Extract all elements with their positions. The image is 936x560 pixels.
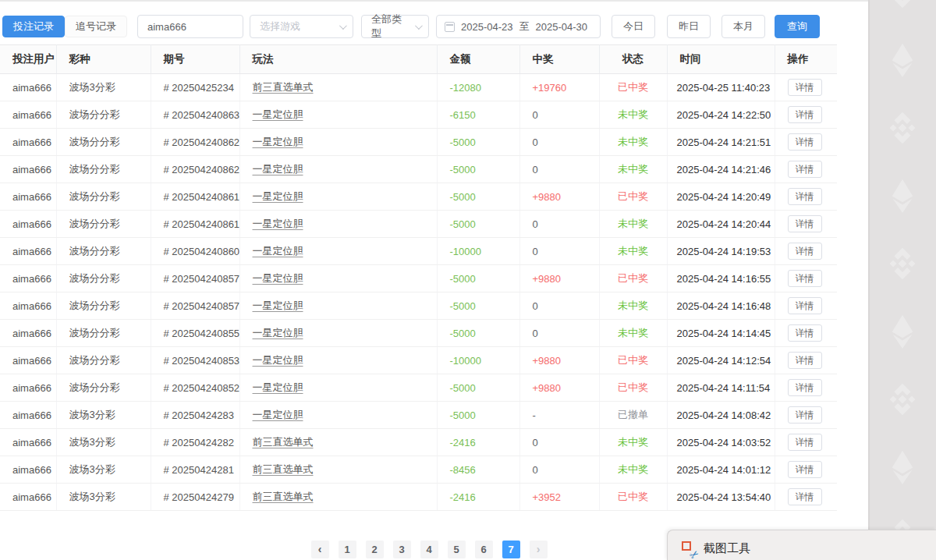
cell-win: +9880: [519, 374, 599, 402]
detail-button[interactable]: 详情: [788, 215, 822, 232]
play-method-link[interactable]: 一星定位胆: [253, 136, 303, 147]
detail-button[interactable]: 详情: [788, 297, 822, 314]
today-button[interactable]: 今日: [612, 15, 655, 38]
cell-play: 一星定位胆: [239, 292, 437, 320]
play-method-link[interactable]: 一星定位胆: [253, 245, 303, 257]
play-method-link[interactable]: 一星定位胆: [253, 218, 303, 229]
pagination-page-5[interactable]: 5: [448, 541, 466, 558]
cell-amount: -5000: [437, 211, 519, 238]
cell-status: 未中奖: [599, 238, 667, 265]
detail-button[interactable]: 详情: [788, 188, 822, 205]
cell-time: 2025-04-24 14:11:54: [667, 374, 775, 402]
pagination-page-7[interactable]: 7: [502, 541, 520, 558]
cell-win: 0: [519, 156, 599, 183]
snipping-tool-icon: ✂: [682, 541, 697, 556]
play-method-link[interactable]: 前三直选单式: [253, 81, 314, 93]
cell-win: 0: [519, 456, 599, 484]
detail-button[interactable]: 详情: [788, 352, 822, 369]
cell-period: # 20250424279: [151, 484, 239, 511]
game-select[interactable]: 选择游戏: [250, 15, 353, 38]
tab-bet-records[interactable]: 投注记录: [2, 16, 65, 37]
pagination-page-4[interactable]: 4: [420, 541, 438, 558]
cell-time: 2025-04-24 14:16:48: [667, 292, 775, 320]
query-button[interactable]: 查询: [775, 15, 820, 38]
play-method-link[interactable]: 前三直选单式: [253, 436, 314, 448]
date-range-picker[interactable]: 2025-04-23 至 2025-04-30: [436, 15, 601, 38]
cell-win: +9880: [519, 183, 599, 211]
column-header-2: 彩种: [56, 45, 151, 74]
cell-period: # 202504240860: [151, 238, 239, 265]
cell-user: aima666: [0, 74, 56, 101]
pagination-page-3[interactable]: 3: [393, 541, 411, 558]
play-method-link[interactable]: 前三直选单式: [253, 463, 314, 475]
pagination-page-1[interactable]: 1: [339, 541, 356, 558]
play-method-link[interactable]: 一星定位胆: [253, 272, 303, 284]
detail-button[interactable]: 详情: [788, 79, 822, 96]
table-row: aima666波场3分彩# 20250425234前三直选单式-12080+19…: [0, 74, 837, 101]
snipping-tool-window[interactable]: ✂ 截图工具: [667, 530, 936, 560]
cell-win: 0: [519, 320, 599, 347]
cell-period: # 202504240862: [151, 129, 239, 156]
play-method-link[interactable]: 一星定位胆: [253, 327, 303, 338]
detail-button[interactable]: 详情: [788, 434, 822, 451]
cell-operation: 详情: [775, 156, 837, 183]
play-method-link[interactable]: 前三直选单式: [253, 491, 314, 502]
cell-win: 0: [519, 292, 599, 320]
detail-button[interactable]: 详情: [788, 243, 822, 260]
cell-user: aima666: [0, 265, 56, 292]
ethereum-icon: [885, 314, 920, 349]
play-method-link[interactable]: 一星定位胆: [253, 354, 303, 366]
detail-button[interactable]: 详情: [788, 488, 822, 505]
detail-button[interactable]: 详情: [788, 379, 822, 396]
play-method-link[interactable]: 一星定位胆: [253, 108, 303, 120]
cell-win: 0: [519, 211, 599, 238]
cell-lottery: 波场分分彩: [56, 347, 151, 374]
cell-time: 2025-04-24 14:22:50: [667, 101, 775, 129]
detail-button[interactable]: 详情: [788, 324, 822, 342]
cell-status: 未中奖: [599, 129, 667, 156]
cell-amount: -5000: [437, 292, 519, 320]
play-method-link[interactable]: 一星定位胆: [253, 299, 303, 311]
cell-user: aima666: [0, 456, 56, 484]
cell-play: 一星定位胆: [239, 402, 437, 429]
yesterday-button[interactable]: 昨日: [667, 15, 711, 38]
detail-button[interactable]: 详情: [788, 406, 822, 424]
date-start-value: 2025-04-23: [461, 21, 513, 33]
username-input[interactable]: [137, 15, 243, 38]
pagination-prev-button[interactable]: ‹: [311, 541, 329, 558]
cell-operation: 详情: [775, 74, 837, 101]
play-method-link[interactable]: 一星定位胆: [253, 381, 303, 393]
pagination-page-6[interactable]: 6: [475, 541, 493, 558]
bet-records-table: 投注用户彩种期号玩法金额中奖状态时间操作 aima666波场3分彩# 20250…: [0, 44, 837, 511]
cell-play: 一星定位胆: [239, 265, 437, 292]
detail-button[interactable]: 详情: [788, 461, 822, 478]
cell-status: 已中奖: [599, 74, 667, 101]
month-button[interactable]: 本月: [722, 15, 765, 38]
play-method-link[interactable]: 一星定位胆: [253, 163, 303, 175]
cell-period: # 202504240853: [151, 347, 239, 374]
detail-button[interactable]: 详情: [788, 106, 822, 123]
cell-user: aima666: [0, 211, 56, 238]
detail-button[interactable]: 详情: [788, 270, 822, 287]
play-method-link[interactable]: 一星定位胆: [253, 190, 303, 202]
play-method-link[interactable]: 一星定位胆: [253, 409, 303, 420]
cell-status: 未中奖: [599, 429, 667, 456]
pagination-page-2[interactable]: 2: [366, 541, 384, 558]
type-select[interactable]: 全部类型: [361, 15, 429, 38]
table-row: aima666波场分分彩# 202504240857一星定位胆-50000未中奖…: [0, 292, 837, 320]
cell-lottery: 波场分分彩: [56, 156, 151, 183]
cell-status: 未中奖: [599, 320, 667, 347]
table-row: aima666波场分分彩# 202504240863一星定位胆-61500未中奖…: [0, 101, 837, 129]
cell-user: aima666: [0, 484, 56, 511]
tab-chase-records[interactable]: 追号记录: [65, 16, 127, 37]
cell-time: 2025-04-24 14:21:46: [667, 156, 775, 183]
cell-amount: -5000: [437, 374, 519, 402]
cell-period: # 20250424282: [151, 429, 239, 456]
detail-button[interactable]: 详情: [788, 133, 822, 151]
table-row: aima666波场3分彩# 20250424281前三直选单式-84560未中奖…: [0, 456, 837, 484]
cell-operation: 详情: [775, 320, 837, 347]
cell-user: aima666: [0, 292, 56, 320]
column-header-4: 玩法: [239, 45, 437, 74]
cell-win: -: [519, 402, 599, 429]
detail-button[interactable]: 详情: [788, 161, 822, 178]
